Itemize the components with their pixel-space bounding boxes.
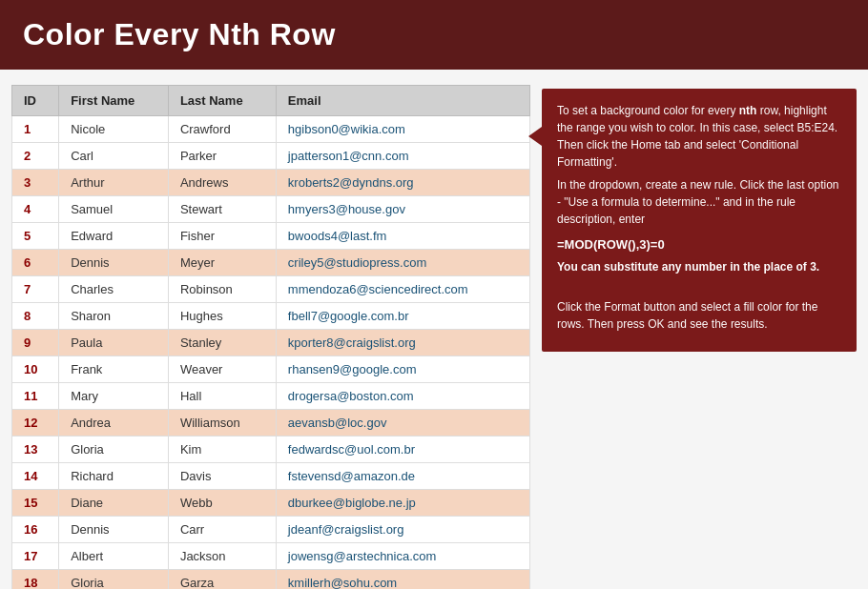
cell-email: jowensg@arstechnica.com	[276, 543, 529, 570]
cell-email: hmyers3@house.gov	[276, 196, 529, 223]
tooltip-line1: To set a background color for every nth …	[557, 102, 841, 171]
col-id: ID	[12, 86, 59, 116]
cell-last-name: Carr	[168, 517, 276, 543]
tooltip-line2: In the dropdown, create a new rule. Clic…	[557, 176, 841, 228]
cell-last-name: Hughes	[168, 303, 276, 330]
cell-last-name: Hall	[168, 383, 276, 410]
cell-first-name: Diane	[59, 490, 169, 517]
cell-id: 1	[12, 116, 59, 143]
cell-email: dburkee@biglobe.ne.jp	[276, 490, 529, 517]
cell-first-name: Charles	[59, 276, 169, 303]
cell-email: fbell7@google.com.br	[276, 303, 529, 330]
table-row: 8SharonHughesfbell7@google.com.br	[12, 303, 530, 330]
page-title: Color Every Nth Row	[23, 17, 845, 52]
table-row: 3ArthurAndrewskroberts2@dyndns.org	[12, 170, 530, 196]
cell-first-name: Mary	[59, 383, 169, 410]
cell-id: 17	[12, 543, 59, 570]
cell-first-name: Nicole	[59, 116, 169, 143]
cell-email: jpatterson1@cnn.com	[276, 143, 529, 170]
table-row: 12AndreaWilliamsonaevansb@loc.gov	[12, 410, 530, 437]
cell-first-name: Dennis	[59, 250, 169, 276]
cell-id: 8	[12, 303, 59, 330]
cell-email: rhansen9@google.com	[276, 356, 529, 383]
cell-first-name: Samuel	[59, 196, 169, 223]
header: Color Every Nth Row	[0, 0, 868, 70]
table-row: 18GloriaGarzakmillerh@sohu.com	[12, 570, 530, 590]
cell-first-name: Sharon	[59, 303, 169, 330]
cell-last-name: Meyer	[168, 250, 276, 276]
cell-id: 9	[12, 330, 59, 356]
cell-id: 2	[12, 143, 59, 170]
cell-last-name: Andrews	[168, 170, 276, 196]
cell-email: aevansb@loc.gov	[276, 410, 529, 437]
table-container: ID First Name Last Name Email 1NicoleCra…	[11, 85, 530, 589]
cell-first-name: Arthur	[59, 170, 169, 196]
col-first-name: First Name	[59, 86, 169, 116]
table-row: 16DennisCarrjdeanf@craigslist.org	[12, 517, 530, 543]
cell-email: kmillerh@sohu.com	[276, 570, 529, 590]
cell-id: 5	[12, 223, 59, 250]
cell-email: fstevensd@amazon.de	[276, 463, 529, 490]
table-row: 10FrankWeaverrhansen9@google.com	[12, 356, 530, 383]
table-row: 13GloriaKimfedwardsc@uol.com.br	[12, 437, 530, 463]
cell-first-name: Albert	[59, 543, 169, 570]
table-row: 1NicoleCrawfordhgibson0@wikia.com	[12, 116, 530, 143]
cell-id: 6	[12, 250, 59, 276]
cell-last-name: Weaver	[168, 356, 276, 383]
cell-first-name: Carl	[59, 143, 169, 170]
cell-last-name: Jackson	[168, 543, 276, 570]
cell-email: mmendoza6@sciencedirect.com	[276, 276, 529, 303]
cell-last-name: Parker	[168, 143, 276, 170]
table-row: 15DianeWebbdburkee@biglobe.ne.jp	[12, 490, 530, 517]
cell-email: jdeanf@craigslist.org	[276, 517, 529, 543]
tooltip-line3: Click the Format button and select a fil…	[557, 298, 841, 333]
cell-email: kporter8@craigslist.org	[276, 330, 529, 356]
table-row: 5EdwardFisherbwoods4@last.fm	[12, 223, 530, 250]
cell-last-name: Garza	[168, 570, 276, 590]
cell-first-name: Edward	[59, 223, 169, 250]
cell-id: 16	[12, 517, 59, 543]
data-table: ID First Name Last Name Email 1NicoleCra…	[11, 85, 530, 589]
tooltip-panel: To set a background color for every nth …	[542, 89, 857, 352]
cell-last-name: Stanley	[168, 330, 276, 356]
cell-last-name: Kim	[168, 437, 276, 463]
cell-id: 10	[12, 356, 59, 383]
table-row: 6DennisMeyercriley5@studiopress.com	[12, 250, 530, 276]
cell-id: 3	[12, 170, 59, 196]
cell-id: 7	[12, 276, 59, 303]
table-row: 2CarlParkerjpatterson1@cnn.com	[12, 143, 530, 170]
col-email: Email	[276, 86, 529, 116]
cell-last-name: Stewart	[168, 196, 276, 223]
cell-id: 4	[12, 196, 59, 223]
cell-id: 15	[12, 490, 59, 517]
tooltip-formula: =MOD(ROW(),3)=0	[557, 235, 841, 254]
cell-email: kroberts2@dyndns.org	[276, 170, 529, 196]
tooltip-bold-note: You can substitute any number in the pla…	[557, 258, 841, 275]
cell-email: hgibson0@wikia.com	[276, 116, 529, 143]
cell-email: drogersa@boston.com	[276, 383, 529, 410]
cell-first-name: Gloria	[59, 570, 169, 590]
cell-last-name: Fisher	[168, 223, 276, 250]
cell-first-name: Andrea	[59, 410, 169, 437]
table-row: 14RichardDavisfstevensd@amazon.de	[12, 463, 530, 490]
cell-last-name: Webb	[168, 490, 276, 517]
cell-id: 13	[12, 437, 59, 463]
table-row: 4SamuelStewarthmyers3@house.gov	[12, 196, 530, 223]
cell-first-name: Frank	[59, 356, 169, 383]
cell-id: 12	[12, 410, 59, 437]
cell-email: criley5@studiopress.com	[276, 250, 529, 276]
cell-email: bwoods4@last.fm	[276, 223, 529, 250]
cell-id: 11	[12, 383, 59, 410]
table-row: 7CharlesRobinsonmmendoza6@sciencedirect.…	[12, 276, 530, 303]
cell-last-name: Davis	[168, 463, 276, 490]
cell-email: fedwardsc@uol.com.br	[276, 437, 529, 463]
cell-last-name: Crawford	[168, 116, 276, 143]
cell-first-name: Gloria	[59, 437, 169, 463]
table-row: 11MaryHalldrogersa@boston.com	[12, 383, 530, 410]
table-row: 9PaulaStanleykporter8@craigslist.org	[12, 330, 530, 356]
table-header-row: ID First Name Last Name Email	[12, 86, 530, 116]
cell-last-name: Williamson	[168, 410, 276, 437]
cell-id: 18	[12, 570, 59, 590]
cell-first-name: Richard	[59, 463, 169, 490]
cell-first-name: Dennis	[59, 517, 169, 543]
